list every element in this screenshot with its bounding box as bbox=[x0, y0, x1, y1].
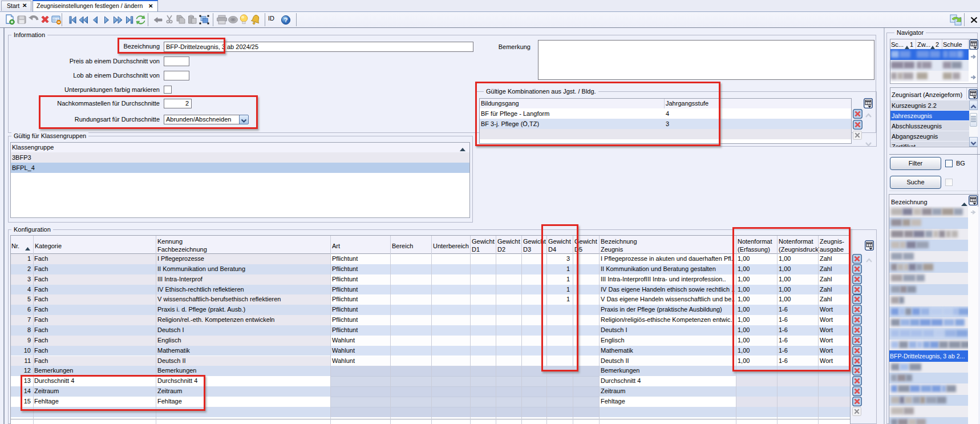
svg-text:?: ? bbox=[284, 17, 288, 23]
